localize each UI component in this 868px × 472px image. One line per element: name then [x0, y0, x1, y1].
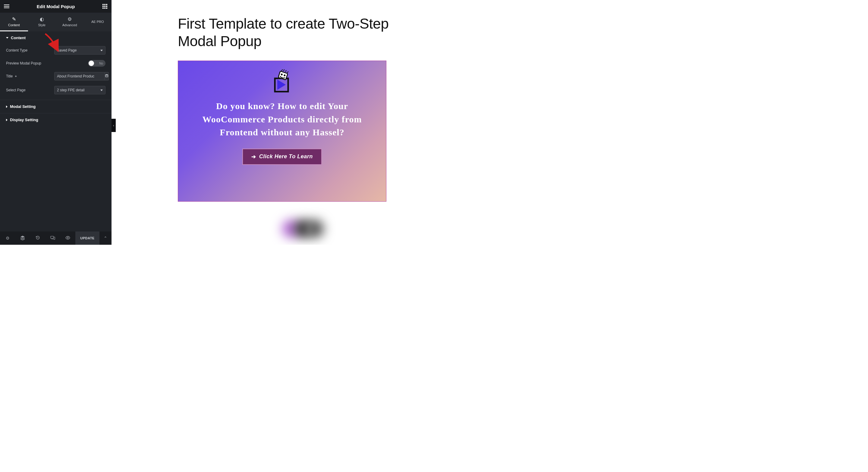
row-preview-toggle: Preview Modal Popup No: [6, 60, 105, 67]
product-logo: [273, 69, 291, 93]
preview-toggle[interactable]: No: [88, 60, 105, 67]
row-title: Title ✦: [6, 72, 105, 81]
section-modal-setting-head[interactable]: Modal Setting: [0, 100, 112, 113]
svg-rect-2: [54, 237, 55, 239]
row-select-page: Select Page 2 step FPE detail: [6, 86, 105, 94]
gear-icon: ⚙: [6, 236, 10, 241]
database-icon: [105, 74, 108, 78]
modal-card: Do you know? How to edit Your WooCommerc…: [178, 61, 386, 202]
chevron-left-icon: ‹: [113, 124, 114, 127]
decorative-blur: [178, 220, 428, 238]
card-headline: Do you know? How to edit Your WooCommerc…: [178, 99, 386, 139]
section-title: Content: [11, 36, 26, 40]
content-type-label: Content Type: [6, 48, 27, 53]
chevron-right-icon: [6, 105, 7, 108]
preview-canvas[interactable]: First Template to create Two-Step Modal …: [112, 0, 452, 245]
toggle-label: No: [99, 62, 103, 65]
section-content-head[interactable]: Content: [0, 31, 112, 44]
page-heading: First Template to create Two-Step Modal …: [178, 15, 428, 50]
section-display-setting-head[interactable]: Display Setting: [0, 113, 112, 126]
content-type-select-wrap: Saved Page: [54, 46, 105, 55]
devices-icon: [50, 236, 55, 241]
tab-label: AE PRO: [91, 20, 104, 24]
panel-footer: ⚙ UPDATE ⌃: [0, 231, 112, 245]
section-modal-setting: Modal Setting: [0, 100, 112, 113]
responsive-button[interactable]: [45, 231, 60, 245]
svg-point-0: [105, 74, 108, 75]
collapse-panel-button[interactable]: ‹: [112, 119, 116, 132]
arrow-right-icon: ➔: [251, 153, 256, 160]
cta-button[interactable]: ➔ Click Here To Learn: [242, 149, 321, 165]
tab-label: Advanced: [62, 23, 77, 27]
update-button[interactable]: UPDATE: [75, 231, 99, 245]
title-input[interactable]: [54, 72, 105, 81]
pencil-icon: ✎: [12, 16, 16, 22]
tab-label: Style: [38, 23, 45, 27]
tab-label: Content: [8, 23, 20, 27]
content-type-select[interactable]: Saved Page: [54, 46, 105, 55]
dynamic-tags-button[interactable]: [105, 72, 109, 81]
tab-aepro[interactable]: AE PRO: [84, 13, 112, 31]
section-title: Display Setting: [10, 118, 38, 122]
svg-rect-1: [51, 236, 54, 238]
layers-icon: [20, 235, 25, 241]
gear-icon: ⚙: [67, 16, 72, 22]
save-options-button[interactable]: ⌃: [99, 231, 112, 245]
navigator-button[interactable]: [15, 231, 30, 245]
panel-title: Edit Modal Popup: [37, 4, 75, 9]
chevron-right-icon: [6, 119, 7, 121]
eye-icon: [65, 236, 70, 241]
editor-panel: Edit Modal Popup ✎ Content ◐ Style ⚙ Adv…: [0, 0, 112, 245]
tab-advanced[interactable]: ⚙ Advanced: [56, 13, 84, 31]
select-page-wrap: 2 step FPE detail: [54, 86, 105, 94]
menu-icon[interactable]: [4, 3, 10, 9]
sparkle-icon: ✦: [14, 74, 17, 78]
panel-header: Edit Modal Popup: [0, 0, 112, 13]
svg-marker-5: [277, 80, 286, 90]
section-content-body: Content Type Saved Page Preview Modal Po…: [0, 44, 112, 100]
title-label: Title ✦: [6, 74, 17, 78]
preview-label: Preview Modal Popup: [6, 61, 41, 65]
history-icon: [36, 235, 40, 241]
select-page-select[interactable]: 2 step FPE detail: [54, 86, 105, 94]
settings-button[interactable]: ⚙: [0, 231, 15, 245]
history-button[interactable]: [30, 231, 45, 245]
cta-label: Click Here To Learn: [259, 153, 313, 160]
chevron-down-icon: [6, 37, 8, 39]
preview-button[interactable]: [60, 231, 75, 245]
toggle-knob: [89, 61, 94, 66]
contrast-icon: ◐: [40, 16, 44, 22]
panel-tabs: ✎ Content ◐ Style ⚙ Advanced AE PRO: [0, 13, 112, 31]
title-input-group: [54, 72, 105, 81]
section-content: Content Content Type Saved Page Preview …: [0, 31, 112, 100]
select-page-label: Select Page: [6, 88, 26, 92]
tab-content[interactable]: ✎ Content: [0, 13, 28, 31]
apps-grid-icon[interactable]: [102, 3, 108, 9]
section-title: Modal Setting: [10, 104, 36, 109]
tab-style[interactable]: ◐ Style: [28, 13, 56, 31]
row-content-type: Content Type Saved Page: [6, 46, 105, 55]
chevron-up-icon: ⌃: [104, 236, 107, 241]
svg-point-3: [67, 237, 68, 239]
section-display-setting: Display Setting: [0, 113, 112, 126]
